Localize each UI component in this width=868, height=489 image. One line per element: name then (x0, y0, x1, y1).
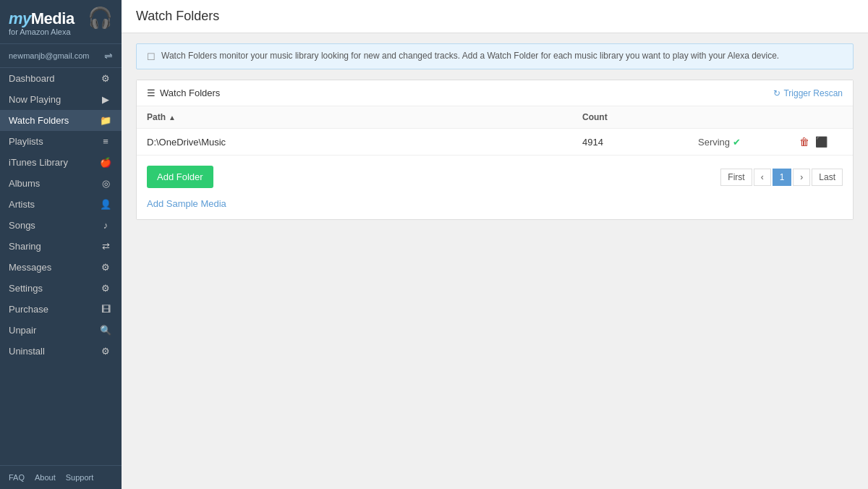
logo-area: myMedia for Amazon Alexa 🎧 (0, 0, 122, 44)
itunes-icon: 🍎 (98, 157, 113, 168)
settings-icon: ⚙ (98, 283, 113, 294)
trigger-rescan-label: Trigger Rescan (783, 88, 843, 98)
sidebar-item-songs[interactable]: Songs ♪ (0, 215, 122, 236)
sidebar-controls-icon[interactable]: ⇌ (104, 50, 113, 61)
sort-arrow-icon: ▲ (169, 114, 176, 122)
main-content: Watch Folders ☐ Watch Folders monitor yo… (122, 0, 868, 489)
sidebar-item-artists[interactable]: Artists 👤 (0, 194, 122, 215)
delete-row-button[interactable]: 🗑 (799, 136, 809, 148)
footer-about[interactable]: About (35, 473, 56, 482)
cell-path: D:\OneDrive\Music (147, 137, 582, 148)
app-logo-subtitle: for Amazon Alexa (9, 27, 75, 36)
dashboard-icon: ⚙ (98, 73, 113, 84)
sidebar-item-albums[interactable]: Albums ◎ (0, 173, 122, 194)
actions-row: Add Folder First ‹ 1 › Last (137, 156, 853, 198)
messages-icon: ⚙ (98, 262, 113, 273)
sidebar-item-watch-folders[interactable]: Watch Folders 📁 (0, 110, 122, 131)
trigger-rescan-button[interactable]: ↻ Trigger Rescan (773, 88, 843, 98)
sharing-icon: ⇄ (98, 241, 113, 252)
status-text: Serving (698, 137, 730, 148)
sidebar-item-itunes-library[interactable]: iTunes Library 🍎 (0, 152, 122, 173)
content-area: ☰ Watch Folders ↻ Trigger Rescan Path ▲ … (136, 80, 854, 220)
sidebar-item-now-playing[interactable]: Now Playing ▶ (0, 89, 122, 110)
footer-support[interactable]: Support (66, 473, 94, 482)
page-title: Watch Folders (136, 9, 854, 24)
add-folder-button[interactable]: Add Folder (147, 166, 213, 188)
unpair-icon: 🔍 (98, 325, 113, 336)
sidebar-item-purchase[interactable]: Purchase 🎞 (0, 299, 122, 320)
watch-folders-icon: 📁 (98, 115, 113, 126)
info-icon: ☐ (147, 51, 156, 62)
table-header: Path ▲ Count (137, 106, 853, 129)
cell-count: 4914 (582, 137, 698, 148)
page-header: Watch Folders (122, 0, 868, 33)
col-count-header: Count (582, 112, 698, 122)
purchase-icon: 🎞 (98, 304, 113, 315)
col-path-header[interactable]: Path ▲ (147, 112, 582, 122)
pagination-prev[interactable]: ‹ (754, 169, 771, 186)
artists-icon: 👤 (98, 199, 113, 210)
info-banner: ☐ Watch Folders monitor your music libra… (136, 43, 854, 69)
table-row: D:\OneDrive\Music 4914 Serving ✔ 🗑 ⬛ (137, 129, 853, 156)
nav-items: Dashboard ⚙ Now Playing ▶ Watch Folders … (0, 68, 122, 362)
sidebar-item-sharing[interactable]: Sharing ⇄ (0, 236, 122, 257)
app-logo-title: myMedia (9, 10, 75, 27)
add-sample-media-link[interactable]: Add Sample Media (137, 198, 853, 219)
pagination-current[interactable]: 1 (773, 169, 792, 186)
sidebar-item-playlists[interactable]: Playlists ≡ (0, 131, 122, 152)
rescan-icon: ↻ (773, 88, 780, 98)
sidebar-item-settings[interactable]: Settings ⚙ (0, 278, 122, 299)
download-row-button[interactable]: ⬛ (815, 136, 827, 148)
content-header: ☰ Watch Folders ↻ Trigger Rescan (137, 80, 853, 106)
albums-icon: ◎ (98, 178, 113, 189)
pagination-last[interactable]: Last (812, 169, 843, 186)
user-email: newmanjb@gmail.com (9, 51, 89, 60)
songs-icon: ♪ (98, 220, 113, 231)
uninstall-icon: ⚙ (98, 346, 113, 357)
sidebar-item-dashboard[interactable]: Dashboard ⚙ (0, 68, 122, 89)
info-banner-text: Watch Folders monitor your music library… (161, 51, 779, 61)
footer-faq[interactable]: FAQ (9, 473, 25, 482)
pagination: First ‹ 1 › Last (720, 169, 843, 186)
cell-actions: 🗑 ⬛ (799, 136, 843, 148)
now-playing-icon: ▶ (98, 94, 113, 105)
logo-icon: 🎧 (88, 6, 113, 30)
serving-check-icon: ✔ (733, 137, 741, 148)
section-label: Watch Folders (160, 88, 220, 98)
sidebar-item-unpair[interactable]: Unpair 🔍 (0, 320, 122, 341)
user-area: newmanjb@gmail.com ⇌ (0, 44, 122, 68)
sidebar-item-uninstall[interactable]: Uninstall ⚙ (0, 341, 122, 362)
sidebar: myMedia for Amazon Alexa 🎧 newmanjb@gmai… (0, 0, 122, 489)
sidebar-footer: FAQ About Support (0, 465, 122, 489)
pagination-next[interactable]: › (793, 169, 810, 186)
playlists-icon: ≡ (98, 136, 113, 147)
pagination-first[interactable]: First (720, 169, 752, 186)
cell-status: Serving ✔ (698, 137, 799, 148)
sidebar-item-messages[interactable]: Messages ⚙ (0, 257, 122, 278)
section-list-icon: ☰ (147, 88, 156, 98)
